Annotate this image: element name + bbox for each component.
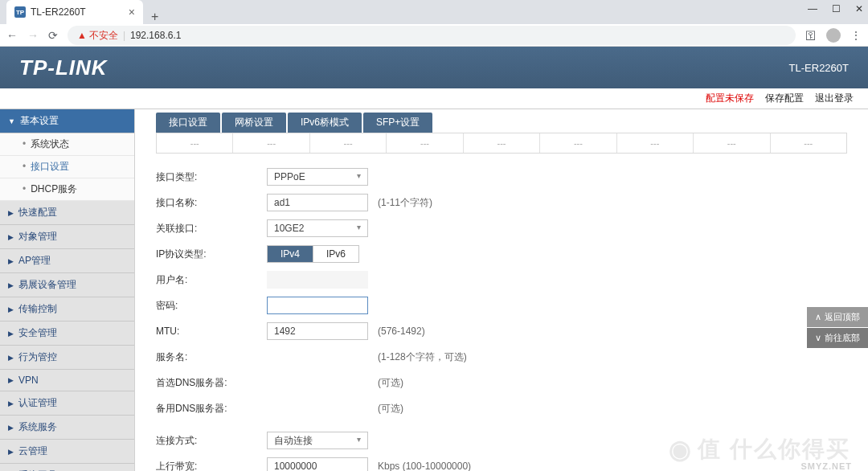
input-username[interactable] (267, 271, 368, 289)
port-slot[interactable]: --- (617, 133, 694, 153)
label-dns1: 首选DNS服务器: (156, 376, 267, 390)
sidebar-group-object[interactable]: ▶对象管理 (0, 225, 134, 249)
tab-ipv6bridge[interactable]: IPv6桥模式 (288, 113, 362, 133)
main-area: ▼基本设置 系统状态 接口设置 DHCP服务 ▶快速配置 ▶对象管理 ▶AP管理… (0, 109, 868, 471)
hint-if-name: (1-11个字符) (378, 196, 432, 210)
sidebar-group-transport[interactable]: ▶传输控制 (0, 297, 134, 322)
sidebar-group-basic[interactable]: ▼基本设置 (0, 109, 134, 133)
sidebar-group-quick[interactable]: ▶快速配置 (0, 201, 134, 225)
port-slot[interactable]: --- (310, 133, 387, 153)
form-area: 接口类型:PPPoE 接口名称:(1-11个字符) 关联接口:10GE2 IP协… (135, 154, 868, 471)
hint-svc: (1-128个字符，可选) (378, 350, 467, 364)
port-slots-row: --- --- --- --- --- --- --- --- --- (156, 133, 847, 154)
port-slot[interactable]: --- (771, 133, 846, 153)
label-mtu: MTU: (156, 326, 267, 337)
tab-title: TL-ER2260T (31, 6, 86, 18)
chevron-down-icon: ∨ (815, 333, 821, 343)
port-slot[interactable]: --- (157, 133, 233, 153)
browser-chrome: TP TL-ER2260T × + — ☐ ✕ ← → ⟳ ▲ 不安全 | 19… (0, 0, 868, 47)
chevron-right-icon: ▶ (8, 424, 14, 432)
sidebar-group-security[interactable]: ▶安全管理 (0, 322, 134, 346)
chevron-up-icon: ∧ (815, 312, 821, 322)
close-tab-icon[interactable]: × (129, 6, 135, 18)
unsaved-status: 配置未保存 (706, 92, 754, 105)
top-action-bar: 配置未保存 保存配置 退出登录 (0, 88, 868, 109)
port-slot[interactable]: --- (694, 133, 770, 153)
window-controls: — ☐ ✕ (808, 3, 863, 14)
sidebar-group-mesh[interactable]: ▶易展设备管理 (0, 273, 134, 297)
label-if-name: 接口名称: (156, 196, 267, 210)
maximize-icon[interactable]: ☐ (832, 3, 841, 14)
sidebar-group-vpn[interactable]: ▶VPN (0, 370, 134, 391)
chevron-down-icon: ▼ (8, 117, 15, 125)
sidebar-item-dhcp[interactable]: DHCP服务 (0, 178, 134, 201)
address-bar: ← → ⟳ ▲ 不安全 | 192.168.6.1 ⚿ ⋮ (0, 24, 868, 47)
label-pass: 密码: (156, 299, 267, 313)
label-up: 上行带宽: (156, 460, 267, 472)
chevron-right-icon: ▶ (8, 209, 14, 217)
tab-interface[interactable]: 接口设置 (156, 113, 220, 133)
favicon: TP (14, 6, 26, 18)
chevron-right-icon: ▶ (8, 376, 14, 384)
key-icon[interactable]: ⚿ (805, 29, 817, 42)
input-mtu[interactable] (267, 322, 368, 340)
forward-icon[interactable]: → (27, 29, 39, 42)
profile-icon[interactable] (826, 28, 841, 43)
input-if-name[interactable] (267, 194, 368, 211)
save-config-link[interactable]: 保存配置 (765, 92, 804, 105)
port-slot[interactable]: --- (464, 133, 540, 153)
new-tab-button[interactable]: + (143, 10, 166, 24)
content-panel: 接口设置 网桥设置 IPv6桥模式 SFP+设置 --- --- --- ---… (135, 109, 868, 471)
select-if-type[interactable]: PPPoE (267, 168, 368, 186)
tab-bridge[interactable]: 网桥设置 (222, 113, 286, 133)
scroll-top-button[interactable]: ∧返回顶部 (807, 307, 868, 327)
chevron-right-icon: ▶ (8, 354, 14, 362)
watermark: ◉值 什么你得买 (669, 434, 850, 465)
label-if-type: 接口类型: (156, 170, 267, 184)
sidebar-group-ap[interactable]: ▶AP管理 (0, 249, 134, 273)
insecure-icon: ▲ 不安全 (77, 29, 118, 43)
back-icon[interactable]: ← (6, 29, 18, 42)
scroll-helper: ∧返回顶部 ∨前往底部 (807, 307, 868, 349)
sidebar-group-services[interactable]: ▶系统服务 (0, 416, 134, 440)
app-header: TP-LINK TL-ER2260T (0, 47, 868, 88)
minimize-icon[interactable]: — (808, 3, 817, 14)
hint-mtu: (576-1492) (378, 326, 425, 337)
watermark-sub: SMYZ.NET (800, 461, 852, 471)
chevron-right-icon: ▶ (8, 399, 14, 408)
label-svc: 服务名: (156, 350, 267, 364)
sidebar-group-cloud[interactable]: ▶云管理 (0, 440, 134, 464)
tab-strip: TP TL-ER2260T × + — ☐ ✕ (0, 0, 868, 24)
menu-icon[interactable]: ⋮ (850, 29, 862, 42)
input-password[interactable] (267, 297, 368, 314)
content-tabs: 接口设置 网桥设置 IPv6桥模式 SFP+设置 (135, 109, 868, 133)
port-slot[interactable]: --- (540, 133, 616, 153)
port-slot[interactable]: --- (387, 133, 463, 153)
select-assoc[interactable]: 10GE2 (267, 219, 368, 237)
logout-link[interactable]: 退出登录 (815, 92, 854, 105)
url-text: 192.168.6.1 (130, 30, 181, 41)
browser-tab[interactable]: TP TL-ER2260T × (6, 0, 143, 24)
tab-sfp[interactable]: SFP+设置 (363, 113, 432, 133)
chevron-right-icon: ▶ (8, 257, 14, 265)
seg-ipv6[interactable]: IPv6 (313, 246, 358, 262)
close-window-icon[interactable]: ✕ (855, 3, 863, 14)
hint-up: Kbps (100-10000000) (378, 461, 471, 471)
sidebar-item-status[interactable]: 系统状态 (0, 133, 134, 156)
sidebar-group-behavior[interactable]: ▶行为管控 (0, 346, 134, 370)
label-ipproto: IP协议类型: (156, 248, 267, 261)
input-up[interactable] (267, 457, 368, 471)
sidebar-group-auth[interactable]: ▶认证管理 (0, 391, 134, 416)
hint-dns2: (可选) (378, 402, 403, 416)
sidebar-item-interface[interactable]: 接口设置 (0, 156, 134, 178)
url-input[interactable]: ▲ 不安全 | 192.168.6.1 (68, 26, 796, 45)
seg-ipv4[interactable]: IPv4 (268, 246, 313, 262)
chevron-right-icon: ▶ (8, 281, 14, 289)
segment-ipproto: IPv4IPv6 (267, 245, 359, 263)
label-assoc: 关联接口: (156, 222, 267, 236)
reload-icon[interactable]: ⟳ (48, 29, 58, 42)
sidebar-group-tools[interactable]: ▶系统工具 (0, 464, 134, 471)
port-slot[interactable]: --- (233, 133, 309, 153)
scroll-bottom-button[interactable]: ∨前往底部 (807, 328, 868, 348)
select-conn[interactable]: 自动连接 (267, 432, 368, 449)
